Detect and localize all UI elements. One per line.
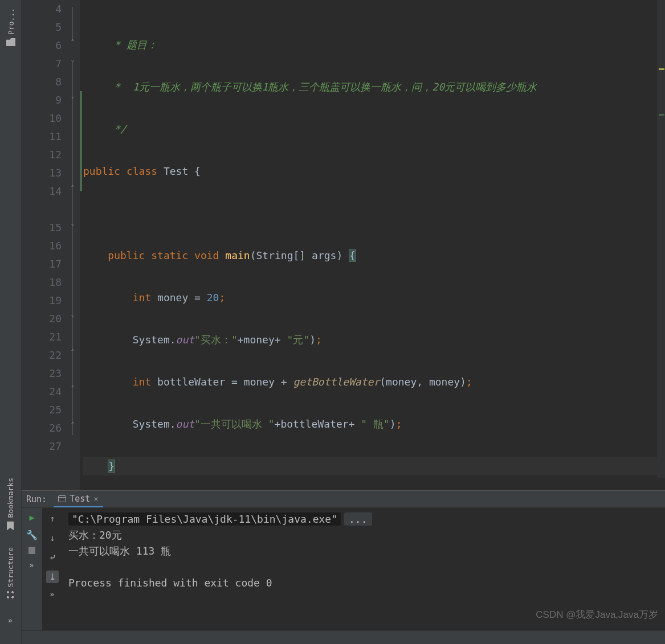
console-toolbar: ↑ ↓ ⤶ ⤓ » — [42, 508, 63, 644]
keyword: public — [83, 165, 120, 177]
ellipsis-button[interactable]: ... — [344, 512, 372, 526]
string: " 瓶" — [355, 418, 390, 430]
brace-highlight: { — [349, 249, 356, 262]
fold-start-icon[interactable]: ⌄ — [70, 312, 76, 318]
change-marker[interactable] — [659, 114, 664, 116]
line-number[interactable]: 15 — [22, 219, 62, 237]
method-name: main — [225, 249, 250, 261]
keyword: int — [133, 376, 152, 388]
current-line[interactable]: } — [83, 457, 665, 475]
fold-start-icon[interactable]: ⌄ — [70, 221, 76, 227]
fold-start-icon[interactable]: ⌄ — [70, 93, 76, 100]
line-number[interactable]: 14 — [22, 182, 62, 200]
line-number[interactable]: 13 — [22, 164, 62, 182]
line-number[interactable]: 11 — [22, 128, 62, 146]
stdout-line: 一共可以喝水 113 瓶 — [68, 543, 659, 559]
app-icon — [58, 495, 66, 502]
line-number[interactable]: 6 — [22, 36, 62, 55]
line-number[interactable]: 18 — [22, 273, 62, 292]
var: money — [157, 292, 188, 303]
fold-start-icon[interactable]: ⌄ — [70, 57, 76, 63]
stdout-line: 买水：20元 — [68, 527, 659, 543]
line-number[interactable]: 26 — [22, 419, 62, 437]
close-icon[interactable]: × — [93, 494, 98, 503]
run-tab[interactable]: Test × — [54, 491, 103, 507]
comment: * 题目： — [83, 39, 157, 51]
line-number[interactable]: 7 — [22, 55, 62, 73]
line-number[interactable]: 23 — [22, 364, 62, 383]
line-number[interactable]: 27 — [22, 437, 62, 456]
keyword: int — [133, 292, 152, 303]
field: out — [176, 418, 195, 430]
line-number[interactable]: 10 — [22, 109, 62, 128]
line-number[interactable]: 12 — [22, 146, 62, 164]
up-icon[interactable]: ↑ — [46, 512, 59, 525]
run-header: Run: Test × — [22, 491, 665, 508]
error-stripe[interactable] — [657, 0, 665, 478]
status-bar[interactable] — [22, 630, 665, 644]
signature: (String[] args) — [250, 249, 349, 261]
fold-column[interactable]: ⌃ ⌄ ⌄ ⌃ ⌄ ⌄ ⌃ ⌃ ⌃ — [67, 0, 80, 490]
line-number[interactable]: 24 — [22, 383, 62, 401]
command-line: "C:\Program Files\Java\jdk-11\bin\java.e… — [68, 512, 341, 526]
string: "买水：" — [194, 334, 238, 346]
fold-end-icon[interactable]: ⌃ — [70, 348, 76, 355]
left-tool-strip: Pro... Bookmarks Structure » — [0, 0, 22, 644]
line-number[interactable]: 21 — [22, 328, 62, 346]
fold-end-icon[interactable]: ⌃ — [70, 421, 76, 428]
vcs-change-marker[interactable] — [80, 91, 82, 191]
string: "元" — [281, 334, 310, 346]
more-console-actions[interactable]: » — [50, 590, 55, 598]
field: out — [176, 334, 195, 346]
bookmark-icon — [7, 521, 14, 530]
run-label: Run: — [26, 494, 47, 504]
code-content[interactable]: * 题目： * 1元一瓶水，两个瓶子可以换1瓶水，三个瓶盖可以换一瓶水，问，20… — [80, 0, 665, 490]
line-number[interactable]: 20 — [22, 310, 62, 328]
run-toolbar: ▶ 🔧 » — [22, 508, 42, 644]
line-number[interactable]: 22 — [22, 346, 62, 364]
class-name: Test — [164, 165, 188, 177]
line-number[interactable]: 25 — [22, 401, 62, 419]
line-number[interactable]: 17 — [22, 255, 62, 273]
bookmarks-tool-tab[interactable]: Bookmarks — [5, 474, 16, 534]
editor-area: 4 5 6 7 8 9 10 11 12 13 14 15 16 17 18 1… — [22, 0, 665, 644]
stop-icon[interactable] — [28, 547, 35, 554]
structure-label: Structure — [6, 547, 15, 587]
bookmarks-label: Bookmarks — [6, 478, 15, 518]
structure-icon — [7, 590, 15, 598]
keyword: class — [127, 165, 157, 177]
brace: { — [194, 165, 201, 177]
line-number[interactable]: 5 — [22, 18, 62, 36]
line-number[interactable]: 16 — [22, 237, 62, 255]
keyword: void — [194, 249, 219, 261]
code-area[interactable]: 4 5 6 7 8 9 10 11 12 13 14 15 16 17 18 1… — [22, 0, 665, 490]
scroll-end-icon[interactable]: ⤓ — [46, 571, 59, 583]
rerun-icon[interactable]: ▶ — [29, 512, 34, 523]
line-gutter[interactable]: 4 5 6 7 8 9 10 11 12 13 14 15 16 17 18 1… — [22, 0, 67, 490]
down-icon[interactable]: ↓ — [46, 532, 59, 544]
folder-icon — [6, 38, 15, 46]
console-output[interactable]: "C:\Program Files\Java\jdk-11\bin\java.e… — [63, 508, 665, 644]
line-number[interactable]: 9 — [22, 91, 62, 109]
structure-tool-tab[interactable]: Structure — [5, 544, 16, 602]
var: bottleWater — [157, 376, 225, 388]
more-tool-tabs[interactable]: » — [8, 616, 13, 625]
line-number[interactable]: 8 — [22, 73, 62, 91]
line-number[interactable]: 4 — [22, 0, 62, 18]
run-tab-label: Test — [70, 494, 90, 504]
number: 20 — [207, 292, 219, 303]
comment: * 1元一瓶水，两个瓶子可以换1瓶水，三个瓶盖可以换一瓶水，问，20元可以喝到多… — [83, 81, 537, 93]
wrench-icon[interactable]: 🔧 — [26, 530, 38, 540]
line-spacer — [22, 200, 62, 219]
fold-end-icon[interactable]: ⌃ — [70, 184, 76, 191]
watermark: CSDN @我爱Java,Java万岁 — [536, 608, 658, 621]
project-tool-tab[interactable]: Pro... — [5, 5, 17, 50]
more-run-actions[interactable]: » — [30, 561, 35, 569]
fold-end-icon[interactable]: ⌃ — [70, 39, 76, 45]
line-number[interactable]: 19 — [22, 292, 62, 310]
fold-end-icon[interactable]: ⌃ — [70, 385, 76, 391]
keyword: static — [151, 249, 188, 261]
soft-wrap-icon[interactable]: ⤶ — [46, 551, 59, 564]
brace-highlight: } — [108, 460, 115, 473]
warning-marker[interactable] — [659, 68, 664, 70]
